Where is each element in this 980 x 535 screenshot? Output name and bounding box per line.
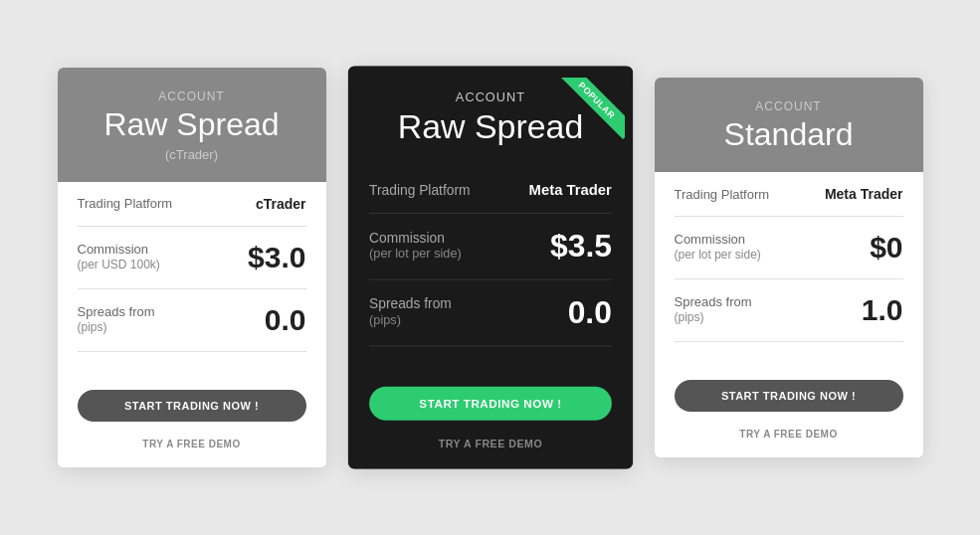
row-label-1: Commission(per USD 100k) [78,242,160,273]
row-value-1: $3.0 [248,241,305,274]
row-value-2: 0.0 [265,303,306,337]
card-row-0: Trading PlatformMeta Trader [675,172,903,217]
free-demo-link[interactable]: TRY A FREE DEMO [675,424,903,442]
pricing-cards-container: AccountRaw Spread(cTrader)Trading Platfo… [28,38,953,496]
card-standard: AccountStandardTrading PlatformMeta Trad… [655,78,923,457]
row-value-0: cTrader [256,196,306,212]
start-trading-button[interactable]: START TRADING NOW ! [675,380,903,412]
start-trading-button[interactable]: START TRADING NOW ! [369,387,612,421]
row-value-0: Meta Trader [825,186,903,202]
free-demo-link[interactable]: TRY A FREE DEMO [78,434,306,451]
row-label-sub: (per lot per side) [369,246,462,264]
row-value-1: $0 [870,231,902,265]
row-label-main: Commission [369,230,462,246]
row-label-sub: (per lot per side) [675,247,761,264]
row-label-main: Commission [675,232,761,247]
card-row-0: Trading PlatformcTrader [78,182,306,227]
row-label-1: Commission(per lot per side) [369,230,462,264]
row-label-sub: (pips) [369,312,452,330]
free-demo-link[interactable]: TRY A FREE DEMO [369,434,612,452]
card-account-subtitle: (cTrader) [78,147,306,162]
row-label-1: Commission(per lot per side) [675,232,761,264]
card-row-0: Trading PlatformMeta Trader [369,166,612,214]
card-header: AccountStandard [655,78,923,172]
free-demo-button[interactable]: TRY A FREE DEMO [739,429,837,440]
row-label-main: Commission [78,242,160,257]
row-label-sub: (pips) [78,319,155,336]
card-footer: START TRADING NOW !TRY A FREE DEMO [347,368,632,469]
card-account-title: Standard [675,117,903,152]
card-row-2: Spreads from(pips)1.0 [675,279,903,342]
popular-badge-text: POPULAR [558,78,624,139]
card-wrapper-raw-spread-metatrader: POPULARAccountRaw SpreadTrading Platform… [356,78,625,457]
row-label-0: Trading Platform [675,187,770,202]
row-value-1: $3.5 [550,229,612,265]
card-body: Trading PlatformcTraderCommission(per US… [58,182,326,372]
card-row-1: Commission(per USD 100k)$3.0 [78,227,306,289]
card-row-1: Commission(per lot per side)$0 [675,217,903,279]
card-row-1: Commission(per lot per side)$3.5 [369,214,612,280]
start-trading-button[interactable]: START TRADING NOW ! [78,390,306,422]
popular-badge: POPULAR [555,78,625,147]
card-wrapper-raw-spread-ctrader: AccountRaw Spread(cTrader)Trading Platfo… [58,68,326,466]
card-account-label: Account [78,89,306,103]
free-demo-button[interactable]: TRY A FREE DEMO [438,439,541,450]
row-label-main: Spreads from [675,294,752,309]
row-value-2: 1.0 [862,293,903,327]
card-raw-spread-ctrader: AccountRaw Spread(cTrader)Trading Platfo… [58,68,326,466]
row-label-main: Trading Platform [78,196,173,211]
card-account-label: Account [675,99,903,113]
row-label-main: Trading Platform [675,187,770,202]
row-label-0: Trading Platform [369,182,470,198]
row-label-0: Trading Platform [78,196,173,211]
card-header: AccountRaw Spread(cTrader) [58,68,326,181]
row-value-2: 0.0 [567,295,611,331]
card-wrapper-standard: AccountStandardTrading PlatformMeta Trad… [655,78,923,457]
row-value-0: Meta Trader [528,181,611,198]
card-account-title: Raw Spread [78,107,306,142]
free-demo-button[interactable]: TRY A FREE DEMO [142,439,240,449]
card-row-2: Spreads from(pips)0.0 [78,289,306,352]
card-row-2: Spreads from(pips)0.0 [369,280,612,347]
row-label-main: Spreads from [78,304,155,319]
card-footer: START TRADING NOW !TRY A FREE DEMO [58,372,326,467]
row-label-sub: (per USD 100k) [78,257,160,273]
row-label-main: Trading Platform [369,182,470,198]
card-body: Trading PlatformMeta TraderCommission(pe… [655,172,923,362]
row-label-2: Spreads from(pips) [675,294,752,326]
row-label-2: Spreads from(pips) [78,304,155,336]
card-body: Trading PlatformMeta TraderCommission(pe… [347,166,632,367]
row-label-sub: (pips) [675,309,752,326]
row-label-main: Spreads from [369,296,452,312]
row-label-2: Spreads from(pips) [369,296,452,330]
card-footer: START TRADING NOW !TRY A FREE DEMO [655,362,923,457]
